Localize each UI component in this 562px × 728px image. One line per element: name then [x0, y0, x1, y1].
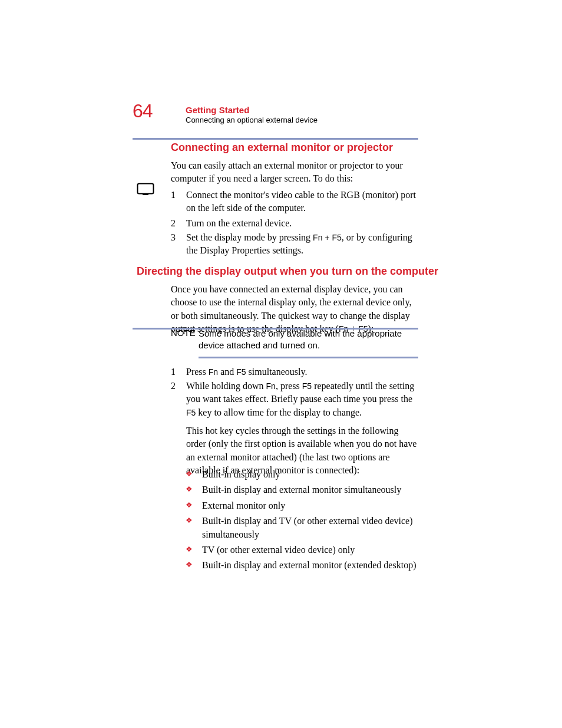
section-heading-directing: Directing the display output when you tu…: [137, 265, 438, 278]
step1-text: Connect the monitor's video cable to the…: [186, 190, 416, 213]
s2-step2-b: , press: [276, 381, 302, 391]
step3-text-a: Set the display mode by pressing: [186, 232, 313, 242]
section-heading-connecting: Connecting an external monitor or projec…: [171, 141, 393, 154]
section1-paragraph: You can easily attach an external monito…: [171, 159, 418, 186]
monitor-icon: [137, 183, 154, 196]
list-item: Built-in display only: [186, 468, 418, 481]
key-fn-3: Fn: [266, 381, 276, 391]
s2-step1-and: and: [218, 367, 236, 377]
step-number-3: 3: [171, 231, 176, 244]
step-number-2: 2: [171, 217, 176, 230]
s2-step2-a: While holding down: [186, 381, 266, 391]
list-item: External monitor only: [186, 499, 418, 512]
key-f5-3: F5: [302, 381, 312, 391]
display-mode-list: Built-in display only Built-in display a…: [186, 468, 418, 575]
key-f5-2: F5: [236, 367, 246, 377]
key-f5-4: F5: [186, 408, 196, 417]
document-page: 64 Getting Started Connecting an optiona…: [0, 0, 562, 728]
key-fn-f5: Fn + F5: [313, 233, 342, 242]
note-body: Some modes are only available with the a…: [199, 328, 418, 351]
step-number-2b: 2: [171, 380, 176, 393]
step-number-1b: 1: [171, 365, 176, 378]
chapter-title: Getting Started: [186, 105, 249, 115]
s2-step2-d: key to allow time for the display to cha…: [196, 407, 362, 417]
header-subtitle: Connecting an optional external device: [186, 116, 318, 124]
list-item: Built-in display and external monitor (e…: [186, 559, 418, 572]
page-number: 64: [133, 100, 153, 122]
s2-step1-a: Press: [186, 367, 209, 377]
section2-p1: Once you have connected an external disp…: [171, 284, 411, 334]
key-fn-2: Fn: [209, 367, 218, 377]
note-label: NOTE: [171, 328, 196, 338]
list-item: Built-in display and TV (or other extern…: [186, 515, 418, 541]
note-bottom-rule: [199, 357, 418, 358]
s2-step1-b: simultaneously.: [246, 367, 308, 377]
list-item: Built-in display and external monitor si…: [186, 483, 418, 496]
step2-text: Turn on the external device.: [186, 218, 292, 228]
list-item: TV (or other external video device) only: [186, 543, 418, 556]
svg-rect-1: [143, 194, 148, 195]
svg-rect-0: [138, 184, 154, 194]
header-rule: [133, 138, 418, 140]
step-number-1: 1: [171, 189, 176, 202]
